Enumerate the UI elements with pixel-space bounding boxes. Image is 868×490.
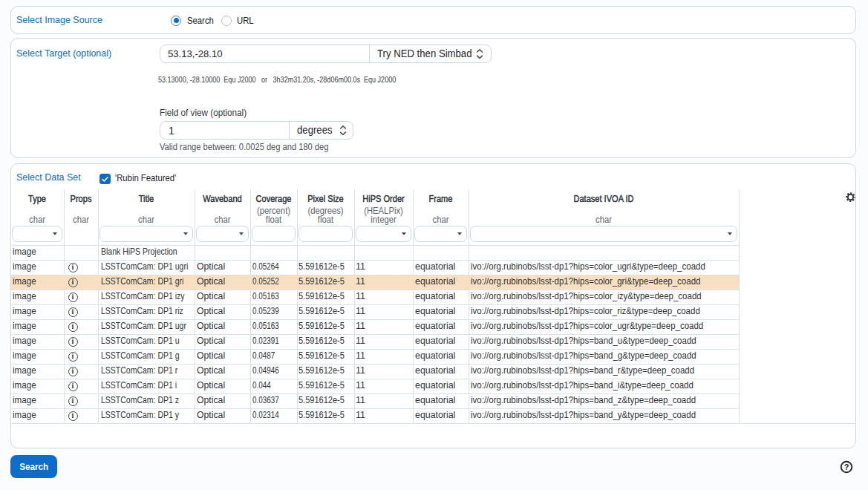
svg-text:?: ? — [844, 463, 849, 471]
